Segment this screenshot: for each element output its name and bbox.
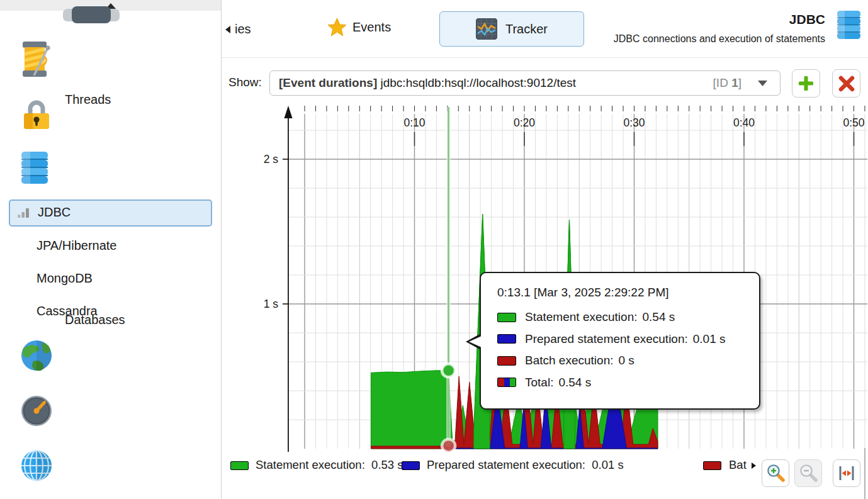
gauge-icon bbox=[20, 394, 53, 428]
remove-tracker-button[interactable] bbox=[832, 69, 860, 98]
databases-icon bbox=[20, 152, 50, 186]
svg-text:2 s: 2 s bbox=[264, 153, 279, 165]
zoom-out-button[interactable] bbox=[794, 459, 822, 487]
probe-subtitle: JDBC connections and execution of statem… bbox=[614, 33, 825, 45]
tooltip-title: 0:13.1 [Mar 3, 2025 2:29:22 PM] bbox=[497, 286, 759, 300]
tab-events-label: Events bbox=[352, 20, 391, 35]
legend-batch-swatch bbox=[703, 461, 721, 470]
statement-swatch bbox=[497, 313, 516, 322]
batch-swatch bbox=[497, 356, 516, 366]
svg-text:0:50: 0:50 bbox=[843, 116, 864, 129]
dropdown-selection-kind: [Event durations] bbox=[279, 76, 377, 90]
sidebar-item-mbeans[interactable]: MBeans bbox=[0, 449, 222, 483]
svg-text:0:30: 0:30 bbox=[623, 116, 645, 129]
sidebar-item-monitors-locks[interactable]: Monitors & Locks bbox=[0, 97, 222, 131]
app-window: Threads Monitors & Locks bbox=[0, 0, 868, 499]
add-tracker-button[interactable] bbox=[792, 69, 820, 98]
zoom-out-icon bbox=[798, 463, 818, 483]
total-swatch bbox=[497, 378, 516, 387]
scrollbar-edge[interactable] bbox=[864, 448, 865, 499]
cpu-views-icon-partial bbox=[63, 6, 120, 25]
sidebar-item-databases[interactable]: Databases bbox=[0, 152, 222, 186]
sidebar-item-cassandra[interactable]: Cassandra bbox=[0, 304, 222, 320]
main-panel: ies Events Tracker JDBC JDBC connections… bbox=[222, 0, 868, 499]
legend-prepared-label: Prepared statement execution: 0.01 s bbox=[427, 458, 624, 472]
tab-scroll-left-icon[interactable] bbox=[225, 26, 230, 33]
tooltip-row: Prepared statement execution:0.01 s bbox=[497, 332, 759, 346]
tab-tracker-label: Tracker bbox=[505, 22, 548, 36]
sidebar-item-label: JDBC bbox=[38, 205, 70, 220]
sidebar-item-jdbc[interactable]: JDBC bbox=[9, 199, 212, 227]
svg-text:0:20: 0:20 bbox=[514, 116, 535, 129]
svg-text:0:40: 0:40 bbox=[733, 116, 755, 129]
sidebar-item-threads[interactable]: Threads bbox=[0, 42, 222, 76]
tab-truncated[interactable]: ies bbox=[235, 22, 251, 36]
legend-batch-label-truncated: Bat bbox=[729, 458, 747, 472]
close-icon bbox=[838, 76, 855, 92]
sidebar-item-http-rpc-jee[interactable]: HTTP, RPC & JEE bbox=[0, 339, 222, 373]
chart-tooltip: 0:13.1 [Mar 3, 2025 2:29:22 PM] Statemen… bbox=[480, 272, 760, 410]
sidebar-item-jvm-custom-probes[interactable]: JVM & Custom Probes bbox=[0, 394, 222, 428]
dropdown-selection-value: jdbc:hsqldb:hsql://localhost:9012/test bbox=[377, 76, 576, 90]
tooltip-row: Statement execution:0.54 s bbox=[497, 310, 759, 324]
star-icon bbox=[327, 18, 347, 37]
probe-title: JDBC bbox=[789, 12, 825, 27]
toolbar-separator bbox=[222, 57, 868, 58]
plus-icon bbox=[798, 76, 814, 91]
sidebar-item-label: MongoDB bbox=[37, 271, 93, 286]
legend-truncation-icon bbox=[752, 463, 756, 469]
chart-legend: Statement execution: 0.53 s Prepared sta… bbox=[222, 456, 868, 499]
lock-icon bbox=[20, 97, 53, 131]
threads-icon bbox=[20, 42, 53, 77]
sidebar: Threads Monitors & Locks bbox=[0, 0, 222, 499]
sidebar-item-jpa-hibernate[interactable]: JPA/Hibernate bbox=[0, 238, 222, 255]
legend-prepared-swatch bbox=[402, 461, 420, 470]
sidebar-item-label: JPA/Hibernate bbox=[37, 238, 116, 253]
tab-tracker[interactable]: Tracker bbox=[439, 11, 584, 47]
tooltip-row: Total:0.54 s bbox=[497, 376, 759, 390]
show-label: Show: bbox=[228, 76, 262, 89]
tracked-event-dropdown[interactable]: [Event durations] jdbc:hsqldb:hsql://loc… bbox=[269, 70, 781, 96]
globe-icon bbox=[20, 339, 53, 373]
dropdown-selection-id: [ID 1] bbox=[713, 76, 741, 90]
sidebar-item-mongodb[interactable]: MongoDB bbox=[0, 271, 222, 288]
legend-statement-swatch bbox=[230, 461, 249, 470]
wire-globe-icon bbox=[20, 449, 53, 483]
jdbc-database-icon bbox=[837, 11, 862, 41]
svg-text:0:10: 0:10 bbox=[403, 116, 425, 129]
sidebar-item-label: Cassandra bbox=[37, 304, 98, 318]
zoom-in-button[interactable] bbox=[762, 459, 789, 487]
tooltip-row: Batch execution:0 s bbox=[497, 354, 759, 367]
fit-to-window-button[interactable] bbox=[833, 459, 860, 487]
chevron-down-icon bbox=[758, 81, 767, 86]
tab-events[interactable]: Events bbox=[327, 18, 391, 37]
zoom-in-icon bbox=[765, 463, 786, 483]
fit-to-window-icon bbox=[837, 463, 857, 483]
prepared-swatch bbox=[497, 334, 516, 344]
tracker-chart-icon bbox=[476, 18, 497, 40]
svg-text:1 s: 1 s bbox=[264, 298, 279, 310]
legend-statement-label: Statement execution: 0.53 s bbox=[256, 458, 403, 472]
bar-chart-icon bbox=[18, 208, 30, 218]
